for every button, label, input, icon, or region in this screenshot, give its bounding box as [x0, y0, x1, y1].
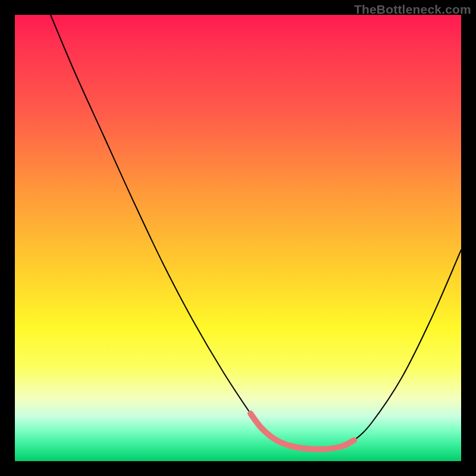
chart-frame: TheBottleneck.com [0, 0, 476, 476]
watermark-text: TheBottleneck.com [354, 2, 471, 17]
bottleneck-curve [51, 15, 461, 449]
optimal-range-highlight [250, 414, 354, 449]
chart-svg [15, 15, 461, 461]
